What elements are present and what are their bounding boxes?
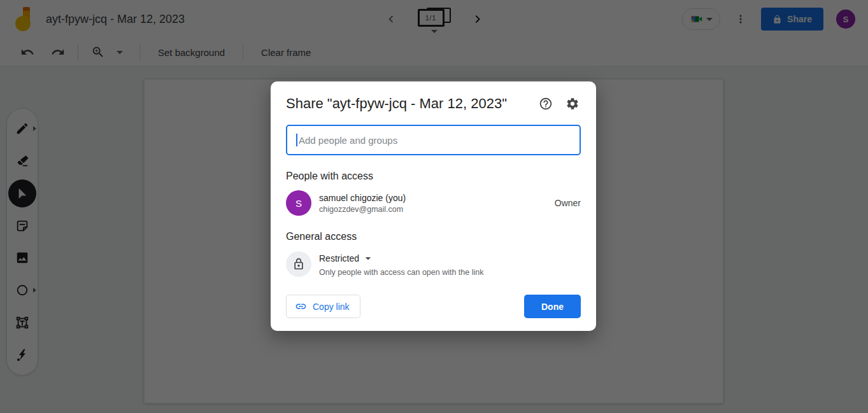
gear-icon — [566, 97, 580, 111]
access-description: Only people with access can open with th… — [319, 268, 483, 277]
access-level-dropdown[interactable]: Restricted — [319, 252, 483, 265]
share-dialog: Share "ayt-fpyw-jcq - Mar 12, 2023" Peop… — [271, 81, 596, 331]
general-access-row: Restricted Only people with access can o… — [286, 251, 581, 277]
link-icon — [295, 300, 307, 312]
person-role: Owner — [555, 198, 581, 208]
restricted-lock-badge — [286, 251, 311, 277]
share-settings-button[interactable] — [564, 95, 581, 112]
chevron-down-icon — [362, 252, 374, 265]
done-button[interactable]: Done — [524, 295, 581, 318]
lock-outline-icon — [292, 258, 305, 270]
person-email: chigozzdev@gmail.com — [319, 205, 406, 214]
add-people-input[interactable] — [286, 125, 581, 155]
person-avatar: S — [286, 190, 311, 216]
copy-link-label: Copy link — [313, 302, 350, 312]
person-name: samuel chigozie (you) — [319, 193, 406, 203]
help-icon — [539, 97, 553, 111]
help-button[interactable] — [537, 95, 554, 112]
text-caret — [296, 134, 297, 146]
general-access-heading: General access — [286, 231, 581, 242]
dialog-title: Share "ayt-fpyw-jcq - Mar 12, 2023" — [286, 95, 537, 112]
person-row: S samuel chigozie (you) chigozzdev@gmail… — [286, 190, 581, 216]
copy-link-button[interactable]: Copy link — [286, 295, 360, 318]
people-with-access-heading: People with access — [286, 171, 581, 182]
access-level-label: Restricted — [319, 253, 359, 263]
